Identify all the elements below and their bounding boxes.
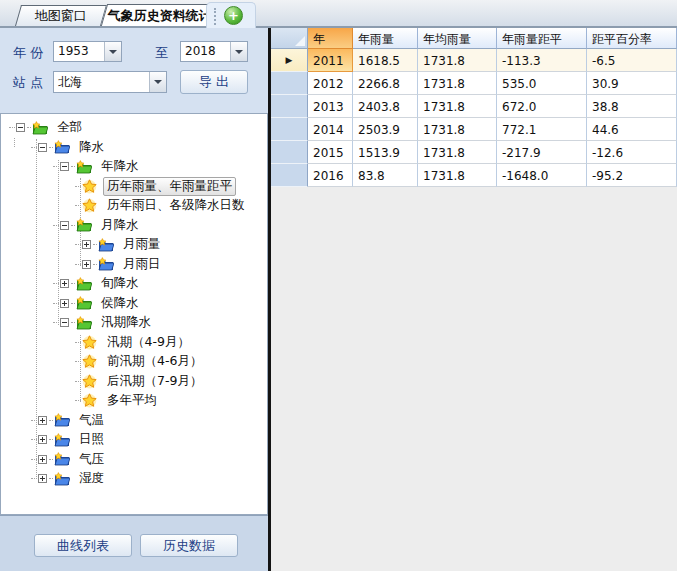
tree-item[interactable]: 历年雨量、年雨量距平 [1,177,267,197]
table-cell[interactable]: 2266.8 [353,72,418,95]
tree-item-label[interactable]: 气温 [75,411,108,430]
expand-icon[interactable] [82,240,91,249]
tree-item-label[interactable]: 气压 [75,450,108,469]
table-cell[interactable]: -217.9 [497,141,587,164]
column-header-2[interactable]: 年雨量 [353,28,418,49]
tree-item[interactable]: 降水 [1,138,267,158]
collapse-icon[interactable] [60,221,69,230]
expand-icon[interactable] [82,260,91,269]
table-cell[interactable]: 30.9 [587,72,677,95]
tree-item-label[interactable]: 后汛期（7-9月） [103,372,206,391]
tree-item-label[interactable]: 月雨日 [119,255,165,274]
expand-icon[interactable] [38,435,47,444]
tree-item-label[interactable]: 湿度 [75,469,108,488]
row-header[interactable] [271,164,308,187]
table-cell[interactable]: -6.5 [587,49,677,72]
table-row[interactable]: 20122266.81731.8535.030.9 [271,72,677,95]
row-header[interactable] [271,118,308,141]
row-header[interactable] [271,95,308,118]
table-cell[interactable]: 1731.8 [418,49,497,72]
tree-item-label[interactable]: 全部 [53,118,86,137]
table-cell[interactable]: 1618.5 [353,49,418,72]
column-header-1[interactable]: 年 [308,28,353,49]
row-header[interactable]: ▶ [271,49,308,72]
tree-item-label[interactable]: 汛期降水 [97,313,155,332]
tree-item[interactable]: 汛期降水 [1,313,267,333]
table-cell[interactable]: 2403.8 [353,95,418,118]
tree-item[interactable]: 气温 [1,411,267,431]
table-cell[interactable]: 672.0 [497,95,587,118]
dropdown-button[interactable] [230,42,247,61]
table-cell[interactable]: 38.8 [587,95,677,118]
station-dropdown[interactable]: 北海 [53,71,167,93]
table-cell[interactable]: -113.3 [497,49,587,72]
table-cell[interactable]: 1731.8 [418,95,497,118]
table-row[interactable]: 20132403.81731.8672.038.8 [271,95,677,118]
table-row[interactable]: ▶20111618.51731.8-113.3-6.5 [271,49,677,72]
expand-icon[interactable] [60,299,69,308]
year-to-dropdown[interactable]: 2018 [180,41,248,62]
tree-item-label[interactable]: 月雨量 [119,235,165,254]
tree-item[interactable]: 旬降水 [1,274,267,294]
table-cell[interactable]: 1513.9 [353,141,418,164]
tree-item-label[interactable]: 前汛期（4-6月） [103,352,206,371]
add-tab-button[interactable]: + [224,6,243,25]
table-cell[interactable]: 772.1 [497,118,587,141]
tree-item[interactable]: 汛期（4-9月） [1,333,267,353]
table-cell[interactable]: 2013 [308,95,353,118]
table-cell[interactable]: 1731.8 [418,164,497,187]
year-from-dropdown[interactable]: 1953 [53,41,122,62]
dropdown-button[interactable] [149,72,166,92]
tree-item-label[interactable]: 旬降水 [97,274,143,293]
table-cell[interactable]: -95.2 [587,164,677,187]
tree-item[interactable]: 前汛期（4-6月） [1,352,267,372]
expand-icon[interactable] [60,279,69,288]
column-header-5[interactable]: 距平百分率 [587,28,677,49]
tree-item[interactable]: 历年雨日、各级降水日数 [1,196,267,216]
collapse-icon[interactable] [16,123,25,132]
tree-item[interactable]: 侯降水 [1,294,267,314]
table-row[interactable]: 201683.81731.8-1648.0-95.2 [271,164,677,187]
column-header-4[interactable]: 年雨量距平 [497,28,587,49]
tree-item[interactable]: 后汛期（7-9月） [1,372,267,392]
collapse-icon[interactable] [60,162,69,171]
tree-item-label[interactable]: 侯降水 [97,294,143,313]
tree-item-label[interactable]: 历年雨日、各级降水日数 [103,196,249,215]
table-row[interactable]: 20151513.91731.8-217.9-12.6 [271,141,677,164]
tab-weather-history-statistics[interactable]: 气象历史资料统计 [101,4,219,26]
tree-item[interactable]: 湿度 [1,469,267,489]
tree-item[interactable]: 月雨日 [1,255,267,275]
table-cell[interactable]: 2011 [308,49,353,72]
tree-item[interactable]: 年降水 [1,157,267,177]
table-cell[interactable]: 1731.8 [418,118,497,141]
tree-item[interactable]: 气压 [1,450,267,470]
expand-icon[interactable] [38,455,47,464]
collapse-icon[interactable] [38,143,47,152]
table-cell[interactable]: 2016 [308,164,353,187]
table-cell[interactable]: 535.0 [497,72,587,95]
tree-item[interactable]: 月降水 [1,216,267,236]
column-header-3[interactable]: 年均雨量 [418,28,497,49]
tab-map-window[interactable]: 地图窗口 [15,5,107,26]
table-cell[interactable]: 2014 [308,118,353,141]
expand-icon[interactable] [38,416,47,425]
table-cell[interactable]: 1731.8 [418,72,497,95]
tree-item-label[interactable]: 年降水 [97,157,143,176]
tree-item-label[interactable]: 降水 [75,138,108,157]
tree-item[interactable]: 日照 [1,430,267,450]
tree-item-label[interactable]: 多年平均 [103,391,161,410]
collapse-icon[interactable] [60,318,69,327]
grid-corner-cell[interactable] [271,28,308,49]
history-data-button[interactable]: 历史数据 [140,534,238,557]
tree-item-label[interactable]: 日照 [75,430,108,449]
table-cell[interactable]: 1731.8 [418,141,497,164]
export-button[interactable]: 导 出 [180,70,248,94]
tree-item-label[interactable]: 历年雨量、年雨量距平 [103,177,236,196]
tree-item[interactable]: 多年平均 [1,391,267,411]
table-cell[interactable]: -12.6 [587,141,677,164]
table-cell[interactable]: 44.6 [587,118,677,141]
tree-item-label[interactable]: 汛期（4-9月） [103,333,194,352]
tree-item-label[interactable]: 月降水 [97,216,143,235]
table-cell[interactable]: -1648.0 [497,164,587,187]
expand-icon[interactable] [38,474,47,483]
